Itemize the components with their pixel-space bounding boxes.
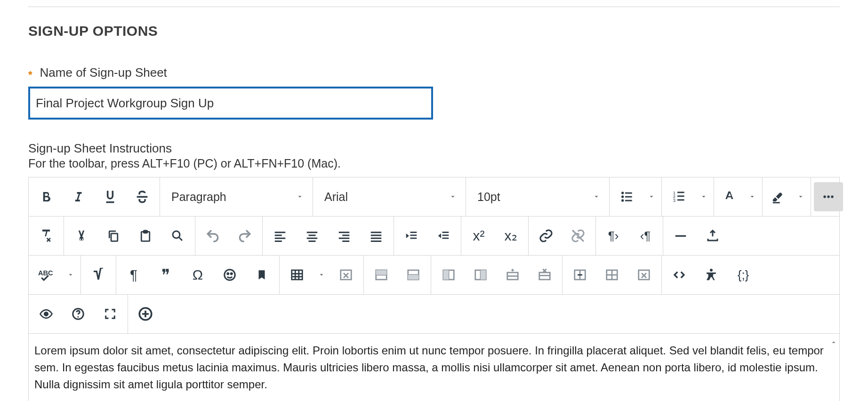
- svg-text:ABC: ABC: [38, 269, 53, 277]
- svg-rect-38: [410, 235, 417, 236]
- unlink-button[interactable]: [563, 221, 593, 250]
- link-button[interactable]: [531, 221, 561, 250]
- paste-button[interactable]: [131, 221, 160, 250]
- equation-button[interactable]: [84, 260, 113, 289]
- font-size-select[interactable]: 10pt: [469, 182, 606, 211]
- svg-rect-39: [410, 238, 417, 239]
- bold-button[interactable]: [32, 182, 61, 211]
- svg-rect-52: [408, 270, 419, 280]
- outdent-button[interactable]: [429, 221, 458, 250]
- chevron-down-icon: [297, 193, 303, 200]
- quote-icon: ❞: [161, 267, 170, 283]
- table-row-delete-button[interactable]: [530, 260, 559, 289]
- svg-rect-18: [141, 232, 150, 241]
- upload-button[interactable]: [698, 221, 727, 250]
- align-justify-button[interactable]: [362, 221, 391, 250]
- svg-rect-59: [539, 273, 550, 280]
- preview-button[interactable]: [32, 299, 61, 329]
- accessibility-button[interactable]: [697, 260, 726, 289]
- code-view-button[interactable]: [665, 260, 694, 289]
- cut-button[interactable]: [67, 221, 96, 250]
- svg-rect-49: [341, 270, 352, 280]
- underline-button[interactable]: [96, 182, 125, 211]
- editor-content[interactable]: Lorem ipsum dolor sit amet, consectetur …: [29, 334, 839, 401]
- bullet-list-dropdown[interactable]: [644, 182, 659, 211]
- svg-rect-51: [376, 270, 387, 275]
- svg-rect-43: [675, 235, 686, 237]
- strikethrough-button[interactable]: [128, 182, 157, 211]
- block-format-select[interactable]: Paragraph: [163, 182, 310, 211]
- blockquote-button[interactable]: ❞: [151, 260, 180, 289]
- indent-button[interactable]: [397, 221, 426, 250]
- subscript-button[interactable]: x₂: [496, 221, 525, 250]
- table-button[interactable]: [282, 260, 312, 289]
- redo-button[interactable]: [230, 221, 259, 250]
- svg-rect-17: [111, 233, 118, 241]
- add-content-button[interactable]: [131, 299, 160, 329]
- table-cell-delete-button[interactable]: [629, 260, 659, 289]
- table-delete-button[interactable]: [331, 260, 361, 289]
- help-button[interactable]: [64, 299, 93, 329]
- spellcheck-dropdown[interactable]: [64, 260, 78, 289]
- italic-button[interactable]: [64, 182, 93, 211]
- instructions-label: Sign-up Sheet Instructions: [28, 141, 840, 156]
- svg-point-66: [78, 316, 79, 318]
- svg-rect-54: [443, 270, 454, 280]
- text-color-button[interactable]: [717, 182, 742, 211]
- svg-rect-5: [625, 196, 632, 198]
- table-cell-split-button[interactable]: [597, 260, 627, 289]
- scroll-up-icon[interactable]: [829, 337, 838, 347]
- horizontal-rule-button[interactable]: [666, 221, 695, 250]
- table-col-before-button[interactable]: [434, 260, 463, 289]
- svg-point-2: [621, 195, 624, 198]
- table-dropdown[interactable]: [314, 260, 329, 289]
- numbered-list-button[interactable]: 123: [665, 182, 694, 211]
- signup-name-input[interactable]: [28, 87, 433, 120]
- svg-rect-11: [677, 195, 684, 197]
- svg-text:3: 3: [673, 198, 675, 203]
- subscript-icon: x₂: [505, 229, 517, 243]
- toolbar-hint: For the toolbar, press ALT+F10 (PC) or A…: [28, 157, 840, 170]
- table-row-add-button[interactable]: [498, 260, 527, 289]
- table-row-after-button[interactable]: [399, 260, 428, 289]
- fullscreen-button[interactable]: [96, 299, 125, 329]
- highlight-button[interactable]: [765, 182, 791, 211]
- svg-rect-41: [442, 235, 449, 236]
- paragraph-mark-button[interactable]: ¶: [119, 260, 148, 289]
- bookmark-button[interactable]: [247, 260, 276, 289]
- code-sample-icon: {;}: [738, 269, 749, 281]
- find-button[interactable]: [163, 221, 192, 250]
- svg-rect-56: [475, 270, 486, 280]
- text-color-dropdown[interactable]: [745, 182, 759, 211]
- align-left-button[interactable]: [265, 221, 295, 250]
- table-row-before-button[interactable]: [367, 260, 396, 289]
- svg-rect-62: [639, 270, 650, 280]
- svg-rect-55: [443, 270, 449, 280]
- emoji-button[interactable]: [215, 260, 244, 289]
- omega-icon: Ω: [193, 268, 203, 282]
- clear-formatting-button[interactable]: [32, 221, 61, 250]
- undo-button[interactable]: [198, 221, 227, 250]
- ltr-button[interactable]: ¶›: [599, 221, 628, 250]
- more-button[interactable]: [814, 182, 843, 211]
- numbered-list-dropdown[interactable]: [697, 182, 711, 211]
- superscript-button[interactable]: x²: [464, 221, 493, 250]
- align-right-button[interactable]: [330, 221, 359, 250]
- highlight-dropdown[interactable]: [794, 182, 808, 211]
- font-family-select[interactable]: Arial: [316, 182, 463, 211]
- bullet-list-button[interactable]: [612, 182, 642, 211]
- align-center-button[interactable]: [297, 221, 327, 250]
- spellcheck-button[interactable]: ABC: [32, 260, 61, 289]
- svg-rect-27: [307, 238, 318, 239]
- table-cell-merge-button[interactable]: [565, 260, 595, 289]
- svg-text:1: 1: [673, 191, 675, 195]
- special-char-button[interactable]: Ω: [183, 260, 212, 289]
- svg-rect-32: [342, 241, 349, 242]
- rtl-button[interactable]: ‹¶: [631, 221, 660, 250]
- svg-rect-12: [677, 199, 684, 200]
- code-sample-button[interactable]: {;}: [729, 260, 758, 289]
- ltr-icon: ¶›: [608, 230, 619, 242]
- svg-rect-28: [309, 241, 316, 242]
- copy-button[interactable]: [99, 221, 128, 250]
- table-col-after-button[interactable]: [466, 260, 495, 289]
